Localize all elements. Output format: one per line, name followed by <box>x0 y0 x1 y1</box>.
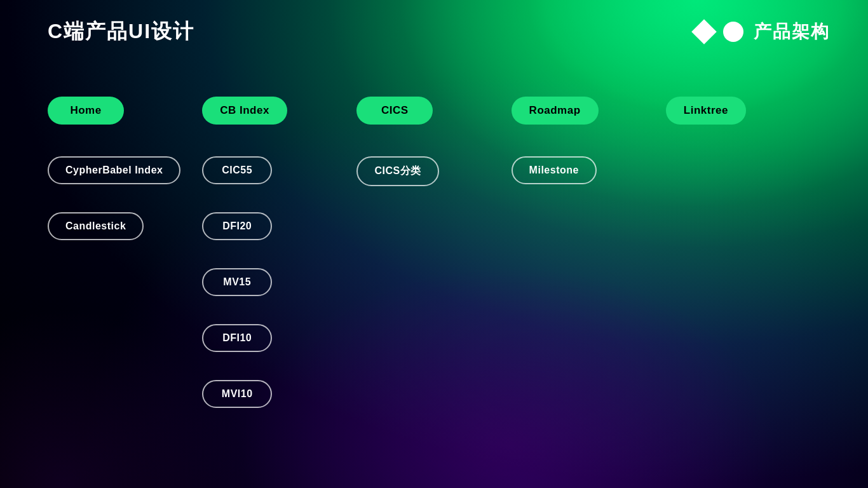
sub-btn-dfi10[interactable]: DFI10 <box>202 324 272 352</box>
sub-btn-cypherbabel-index[interactable]: CypherBabel Index <box>48 156 180 184</box>
sub-btn-mv15[interactable]: MV15 <box>202 268 272 296</box>
column-linktree: Linktree <box>666 97 820 436</box>
sub-btn-dfi20[interactable]: DFI20 <box>202 212 272 240</box>
sub-btn-cic55[interactable]: CIC55 <box>202 156 272 184</box>
diamond-icon <box>691 19 717 44</box>
sub-btn-mvi10[interactable]: MVI10 <box>202 380 272 408</box>
sub-btn-milestone[interactable]: Milestone <box>512 156 597 184</box>
column-cics: CICSCICS分类 <box>356 97 511 436</box>
nav-btn-roadmap[interactable]: Roadmap <box>512 97 599 125</box>
product-architecture-title: 产品架构 <box>754 20 830 44</box>
column-cb-index: CB IndexCIC55DFI20MV15DFI10MVI10 <box>202 97 356 436</box>
circle-icon <box>723 22 743 42</box>
column-roadmap: RoadmapMilestone <box>512 97 666 436</box>
page-title: C端产品UI设计 <box>48 18 194 46</box>
main-content: HomeCypherBabel IndexCandlestickCB Index… <box>0 46 868 436</box>
header-right: 产品架构 <box>695 20 830 44</box>
nav-btn-home[interactable]: Home <box>48 97 124 125</box>
sub-btn-cics分类[interactable]: CICS分类 <box>356 156 438 186</box>
nav-btn-cics[interactable]: CICS <box>356 97 433 125</box>
nav-btn-cb-index[interactable]: CB Index <box>202 97 287 125</box>
header: C端产品UI设计 产品架构 <box>0 0 868 46</box>
sub-btn-candlestick[interactable]: Candlestick <box>48 212 144 240</box>
nav-btn-linktree[interactable]: Linktree <box>666 97 746 125</box>
column-home: HomeCypherBabel IndexCandlestick <box>48 97 202 436</box>
